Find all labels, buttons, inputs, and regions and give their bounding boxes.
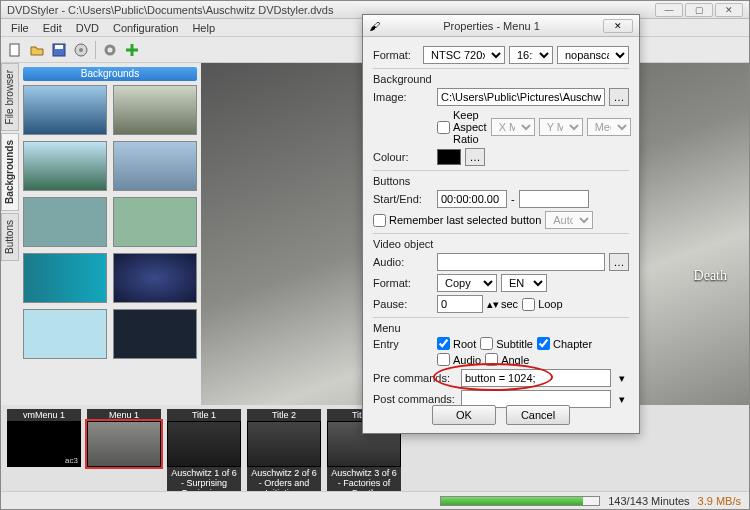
dialog-buttons: OK Cancel: [363, 405, 639, 425]
add-icon[interactable]: [122, 40, 142, 60]
bg-thumb[interactable]: [23, 141, 107, 191]
menu-help[interactable]: Help: [186, 20, 221, 35]
colour-swatch[interactable]: [437, 149, 461, 165]
bg-thumb[interactable]: [113, 253, 197, 303]
audio-path-input[interactable]: [437, 253, 605, 271]
image-path-input[interactable]: [437, 88, 605, 106]
dialog-title: Properties - Menu 1: [443, 20, 540, 32]
remember-mode-select: Auto: [545, 211, 593, 229]
clip-title2[interactable]: Title 2 Auschwitz 2 of 6 - Orders and In…: [247, 409, 321, 491]
new-icon[interactable]: [5, 40, 25, 60]
window-title: DVDStyler - C:\Users\Public\Documents\Au…: [7, 4, 333, 16]
menu-edit[interactable]: Edit: [37, 20, 68, 35]
category-strip[interactable]: Backgrounds: [23, 67, 197, 81]
vformat-select[interactable]: Copy: [437, 274, 497, 292]
disc-usage-bar: [440, 496, 600, 506]
angle-checkbox[interactable]: Angle: [485, 353, 529, 366]
startend-label: Start/End:: [373, 193, 433, 205]
clip-vmmenu[interactable]: vmMenu 1 ac3: [7, 409, 81, 467]
chapter-checkbox[interactable]: Chapter: [537, 337, 592, 350]
pause-label: Pause:: [373, 298, 433, 310]
format-label: Format:: [373, 49, 419, 61]
postcmd-dropdown[interactable]: ▾: [615, 393, 629, 406]
precmd-dropdown[interactable]: ▾: [615, 372, 629, 385]
burn-icon[interactable]: [71, 40, 91, 60]
paint-icon: 🖌: [369, 20, 380, 32]
video-section-label: Video object: [373, 233, 629, 250]
clip-title1[interactable]: Title 1 Auschwitz 1 of 6 - Surprising Be…: [167, 409, 241, 491]
remember-checkbox[interactable]: Remember last selected button: [373, 214, 541, 227]
window-buttons: — ▢ ✕: [655, 3, 743, 17]
precmd-label: Pre commands:: [373, 372, 457, 384]
start-input[interactable]: [437, 190, 507, 208]
svg-rect-0: [10, 44, 19, 56]
dialog-close-button[interactable]: ✕: [603, 19, 633, 33]
menu-file[interactable]: File: [5, 20, 35, 35]
audio-entry-checkbox[interactable]: Audio: [437, 353, 481, 366]
browse-audio-button[interactable]: …: [609, 253, 629, 271]
lang-select[interactable]: EN: [501, 274, 547, 292]
tab-backgrounds[interactable]: Backgrounds: [1, 133, 19, 211]
background-section-label: Background: [373, 68, 629, 85]
cancel-button[interactable]: Cancel: [506, 405, 570, 425]
menu-section-label: Menu: [373, 317, 629, 334]
minutes-label: 143/143 Minutes: [608, 495, 689, 507]
bg-thumb[interactable]: [23, 85, 107, 135]
toolbar-separator: [95, 41, 96, 59]
xmid-select: X Mid: [491, 118, 535, 136]
startend-separator: -: [511, 193, 515, 205]
audio-label: Audio:: [373, 256, 433, 268]
format-standard-select[interactable]: NTSC 720x480: [423, 46, 505, 64]
pause-input[interactable]: [437, 295, 483, 313]
format-mode-select[interactable]: nopanscan: [557, 46, 629, 64]
tab-buttons[interactable]: Buttons: [1, 213, 19, 261]
menu-configuration[interactable]: Configuration: [107, 20, 184, 35]
bg-thumb[interactable]: [23, 309, 107, 359]
end-input[interactable]: [519, 190, 589, 208]
browse-image-button[interactable]: …: [609, 88, 629, 106]
loop-checkbox[interactable]: Loop: [522, 298, 562, 311]
ymid-select: Y Mid: [539, 118, 583, 136]
ok-button[interactable]: OK: [432, 405, 496, 425]
precmd-input[interactable]: [461, 369, 611, 387]
clip-menu1[interactable]: Menu 1: [87, 409, 161, 467]
menu-dvd[interactable]: DVD: [70, 20, 105, 35]
settings-icon[interactable]: [100, 40, 120, 60]
postcmd-label: Post commands:: [373, 393, 457, 405]
meet-select: Meet: [587, 118, 631, 136]
entry-label: Entry: [373, 338, 433, 350]
colour-label: Colour:: [373, 151, 433, 163]
svg-point-4: [79, 48, 83, 52]
bg-thumb[interactable]: [23, 197, 107, 247]
rate-label: 3.9 MB/s: [698, 495, 741, 507]
dialog-titlebar[interactable]: 🖌 Properties - Menu 1 ✕: [363, 15, 639, 37]
bg-thumb[interactable]: [113, 85, 197, 135]
properties-dialog: 🖌 Properties - Menu 1 ✕ Format: NTSC 720…: [362, 14, 640, 434]
maximize-button[interactable]: ▢: [685, 3, 713, 17]
buttons-section-label: Buttons: [373, 170, 629, 187]
keep-aspect-checkbox[interactable]: Keep Aspect Ratio: [437, 109, 487, 145]
bg-thumb[interactable]: [113, 309, 197, 359]
statusbar: 143/143 Minutes 3.9 MB/s: [1, 491, 749, 509]
pause-unit: sec: [501, 298, 518, 310]
vformat-label: Format:: [373, 277, 433, 289]
svg-point-5: [106, 46, 114, 54]
preview-caption-right: Death: [694, 268, 727, 284]
close-button[interactable]: ✕: [715, 3, 743, 17]
bg-thumb[interactable]: [23, 253, 107, 303]
svg-rect-2: [55, 45, 63, 49]
root-checkbox[interactable]: Root: [437, 337, 476, 350]
colour-picker-button[interactable]: …: [465, 148, 485, 166]
pause-spinner[interactable]: ▴▾: [487, 298, 497, 311]
bg-thumb[interactable]: [113, 197, 197, 247]
subtitle-checkbox[interactable]: Subtitle: [480, 337, 533, 350]
minimize-button[interactable]: —: [655, 3, 683, 17]
background-thumbs: [23, 85, 197, 359]
dialog-body: Format: NTSC 720x480 16:9 nopanscan Back…: [363, 37, 639, 417]
bg-thumb[interactable]: [113, 141, 197, 191]
open-icon[interactable]: [27, 40, 47, 60]
save-icon[interactable]: [49, 40, 69, 60]
tab-file-browser[interactable]: File browser: [1, 63, 19, 131]
image-label: Image:: [373, 91, 433, 103]
format-aspect-select[interactable]: 16:9: [509, 46, 553, 64]
